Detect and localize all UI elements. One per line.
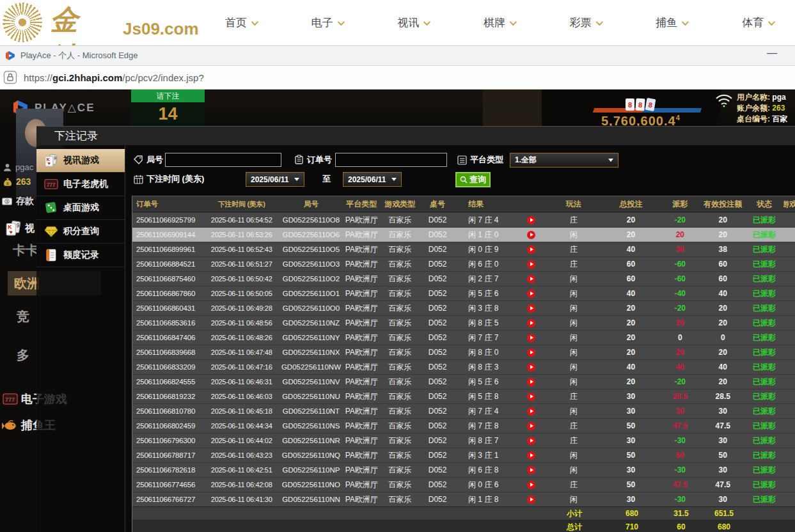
replay-play-icon[interactable] — [527, 304, 535, 313]
cell-play: 庄 — [545, 434, 602, 448]
date-from-select[interactable]: 2025/06/11 — [246, 172, 304, 187]
replay-play-icon[interactable] — [527, 216, 535, 224]
tab-1[interactable]: 9K♥视讯游戏 — [36, 149, 125, 173]
cell-table-no: D052 — [420, 257, 455, 271]
lobby-item-3[interactable]: $存款 — [1, 196, 34, 207]
replay-play-icon[interactable] — [527, 378, 535, 386]
tab-4[interactable]: 积分查询 — [36, 220, 125, 244]
lobby-item-label: 竞 — [17, 308, 29, 325]
user-info-line: 桌台编号: 百家 — [737, 114, 787, 125]
nav-item-6[interactable]: 捕鱼 — [656, 15, 687, 30]
replay-play-icon[interactable] — [527, 260, 535, 269]
table-row[interactable]: 2506110668536162025-06-11 06:48:56GD0522… — [132, 315, 795, 330]
result-text: 闲 6 庄 8 — [468, 465, 527, 476]
replay-play-icon[interactable] — [527, 451, 535, 460]
site-header: 金沙 Js09.com 首页电子视讯棋牌彩票捕鱼体育 — [0, 0, 795, 45]
tab-2[interactable]: 777电子老虎机 — [36, 173, 125, 196]
cell-valid-bet: 30 — [700, 492, 745, 506]
nav-item-3[interactable]: 视讯 — [397, 15, 429, 30]
tab-5[interactable]: 额度记录 — [36, 244, 125, 267]
nav-item-4[interactable]: 棋牌 — [484, 15, 515, 30]
table-row[interactable]: 2506110668245552025-06-11 06:46:31GD0522… — [132, 374, 795, 389]
minimize-button[interactable]: — — [767, 47, 777, 59]
table-row[interactable]: 2506110667746562025-06-11 06:42:08GD0522… — [132, 477, 795, 492]
cell-total-bet: 30 — [602, 463, 660, 477]
table-row[interactable]: 2506110667887172025-06-11 06:43:23GD0522… — [132, 448, 795, 462]
lobby-item-1[interactable]: pgac — [3, 162, 33, 172]
replay-play-icon[interactable] — [527, 496, 535, 504]
round-input[interactable] — [165, 153, 281, 167]
table-row[interactable]: 2506110669257992025-06-11 06:54:52GD0522… — [132, 212, 795, 227]
table-row[interactable]: 2506110667963002025-06-11 06:44:02GD0522… — [132, 433, 795, 448]
replay-play-icon[interactable] — [527, 437, 535, 445]
table-row[interactable]: 2506110668845212025-06-11 06:51:27GD0522… — [132, 256, 795, 271]
replay-play-icon[interactable] — [527, 422, 535, 430]
cell-status: 已派彩 — [745, 419, 783, 433]
replay-play-icon[interactable] — [527, 407, 535, 416]
dropdown-arrow-icon — [608, 159, 613, 162]
lobby-item-5[interactable]: 卡卡 — [13, 242, 38, 259]
replay-play-icon[interactable] — [527, 481, 535, 489]
replay-play-icon[interactable] — [527, 466, 535, 474]
lobby-item-2[interactable]: $263 — [3, 176, 31, 187]
lobby-item-label: 多 — [17, 347, 29, 364]
nav-item-7[interactable]: 体育 — [742, 15, 773, 30]
cell-platform: PA欧洲厅 — [343, 375, 380, 389]
cell-play: 闲 — [545, 301, 602, 315]
lobby-item-7[interactable]: 竞 — [17, 308, 29, 325]
replay-play-icon[interactable] — [527, 246, 535, 254]
date-to-select[interactable]: 2025/06/11 — [343, 172, 402, 187]
user-info-line: 用户名称: pga — [737, 92, 787, 103]
replay-play-icon[interactable] — [527, 231, 535, 239]
table-row[interactable]: 2506110668024592025-06-11 06:44:34GD0522… — [132, 418, 795, 433]
cell-game-cut — [783, 434, 795, 448]
table-row[interactable]: 2506110668474062025-06-11 06:48:26GD0522… — [132, 330, 795, 345]
table-row[interactable]: 2506110667667272025-06-11 06:41:30GD0522… — [132, 492, 795, 506]
lobby-slot777-icon: 777 — [3, 391, 18, 407]
table-row[interactable]: 2506110668396682025-06-11 06:47:48GD0522… — [132, 345, 795, 359]
table-row[interactable]: 2506110668678602025-06-11 06:50:05GD0522… — [132, 286, 795, 301]
nav-item-1[interactable]: 首页 — [225, 15, 256, 30]
replay-play-icon[interactable] — [527, 393, 535, 401]
platform-filter-label: 平台类型 — [470, 154, 503, 166]
cell-play: 闲 — [545, 463, 602, 477]
cell-valid-bet: 30 — [700, 463, 745, 477]
nav-item-2[interactable]: 电子 — [311, 15, 343, 30]
chevron-down-icon — [510, 18, 517, 25]
tab-3[interactable]: 桌面游戏 — [36, 196, 125, 220]
cell-platform: PA欧洲厅 — [343, 213, 380, 227]
table-row[interactable]: 2506110668107802025-06-11 06:45:18GD0522… — [132, 403, 795, 418]
query-button[interactable]: 查询 — [455, 172, 491, 187]
table-row[interactable]: 2506110668192322025-06-11 06:46:03GD0522… — [132, 389, 795, 403]
platform-select[interactable]: 1.全部 — [510, 153, 618, 168]
replay-play-icon[interactable] — [527, 319, 535, 327]
replay-play-icon[interactable] — [527, 290, 535, 298]
replay-play-icon[interactable] — [527, 275, 535, 283]
lobby-item-6[interactable]: 欧洲 — [14, 275, 40, 292]
lock-icon[interactable] — [3, 70, 17, 84]
replay-play-icon[interactable] — [527, 363, 535, 372]
table-row[interactable]: 2506110667826182025-06-11 06:42:51GD0522… — [132, 462, 795, 477]
table-row[interactable]: 2506110668332092025-06-11 06:47:16GD0522… — [132, 359, 795, 374]
order-input[interactable] — [335, 153, 447, 167]
cell-time: 2025-06-11 06:49:28 — [204, 301, 279, 315]
nav-item-5[interactable]: 彩票 — [570, 15, 601, 30]
cell-order: 250611066782618 — [132, 463, 204, 477]
replay-play-icon[interactable] — [527, 348, 535, 357]
table-row[interactable]: 2506110668999612025-06-11 06:52:43GD0522… — [132, 242, 795, 256]
calendar-icon — [134, 175, 143, 184]
column-header: 状态 — [745, 196, 783, 212]
address-bar[interactable]: https://gci.2hhapi.com/pc/pcv2/index.jsp… — [0, 66, 795, 89]
replay-play-icon[interactable] — [527, 334, 535, 342]
cell-game-cut — [783, 478, 795, 492]
table-row[interactable]: 2506110668754602025-06-11 06:50:42GD0522… — [132, 271, 795, 286]
lobby-item-4[interactable]: 9K♥视 — [5, 220, 35, 237]
table-row[interactable]: 2506110668604312025-06-11 06:49:28GD0522… — [132, 301, 795, 315]
cell-table-no: D052 — [420, 389, 455, 403]
playing-card: 8 — [635, 98, 645, 111]
cell-payout: -40 — [659, 286, 700, 301]
table-row[interactable]: 2506110669091442025-06-11 06:53:26GD0522… — [132, 227, 795, 242]
lobby-item-8[interactable]: 多 — [17, 347, 29, 364]
cell-order: 250611066824555 — [132, 375, 204, 389]
cell-play: 庄 — [545, 478, 602, 492]
